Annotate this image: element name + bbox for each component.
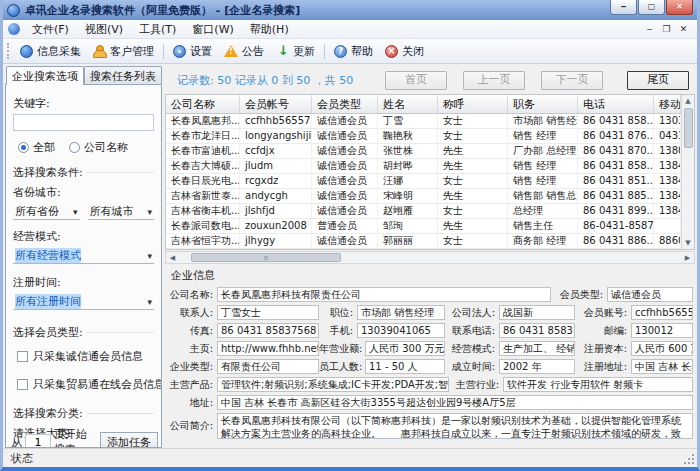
close-app-button[interactable]: 关闭 xyxy=(379,42,430,61)
table-cell: 长春市龙洋日... xyxy=(166,129,240,143)
scroll-left-icon[interactable]: ◀ xyxy=(166,254,179,262)
maximize-button[interactable] xyxy=(638,0,665,15)
legal-person-label: 公司法人: xyxy=(445,306,499,320)
reg-address-field[interactable]: 中国 吉林 长春市 xyxy=(631,359,693,374)
fax-label: 传真: xyxy=(165,324,217,338)
table-cell: ccfdjx xyxy=(240,144,312,158)
col-member-account[interactable]: 会员帐号 xyxy=(240,95,312,113)
first-page-button[interactable]: 首页 xyxy=(385,71,447,90)
province-select[interactable]: 所有省份 xyxy=(13,203,80,220)
vertical-scrollbar[interactable]: ▲ ▼ xyxy=(681,95,694,249)
help-button[interactable]: 帮助 xyxy=(328,42,379,61)
col-phone[interactable]: 电话 xyxy=(578,95,654,113)
menu-view[interactable]: 视图(V) xyxy=(77,20,131,39)
business-mode-field[interactable]: 生产加工、 经销批发 xyxy=(499,341,575,356)
add-task-button[interactable]: 添加任务 xyxy=(100,432,158,449)
table-cell: 86 0431 851... xyxy=(578,174,654,188)
fax-field[interactable]: 86 0431 85837568 xyxy=(217,323,319,338)
table-row[interactable]: 长春凤凰惠邦...ccfhhb5655755诚信通会员丁雪女士市场部 销售经理8… xyxy=(166,114,694,129)
mdi-minimize-icon[interactable]: ‒ xyxy=(641,24,658,34)
scroll-right-icon[interactable]: ▶ xyxy=(681,254,694,262)
scrollbar-thumb[interactable] xyxy=(684,108,693,148)
table-cell: 86 0431 886... xyxy=(578,234,654,248)
position-field[interactable]: 市场部 销售经理 xyxy=(357,305,445,320)
mdi-restore-icon[interactable]: ❐ xyxy=(658,24,675,34)
menu-tools[interactable]: 工具(T) xyxy=(131,20,184,39)
col-position[interactable]: 职务 xyxy=(508,95,578,113)
checkbox-chengxintong[interactable]: 只采集诚信通会员信息 xyxy=(17,349,154,364)
table-row[interactable]: 长春市富迪机...ccfdjx诚信通会员张世株先生厂办部 总经理86 0431 … xyxy=(166,144,694,159)
mode-select[interactable]: 所有经营模式 xyxy=(13,247,154,264)
mobile-field[interactable]: 13039041065 xyxy=(357,323,445,338)
horizontal-scrollbar[interactable]: ◀ ▶ xyxy=(165,251,695,264)
founded-field[interactable]: 2002 年 xyxy=(499,359,575,374)
customer-manage-button[interactable]: 客户管理 xyxy=(87,42,160,61)
intro-field[interactable]: 长春凤凰惠邦科技有限公司（以下简称惠邦科技）是一家以射频识别技术为基础，以提供智… xyxy=(217,413,693,439)
document-icon[interactable] xyxy=(8,23,20,35)
settings-button[interactable]: 设置 xyxy=(167,42,218,61)
col-company-name[interactable]: 公司名称 xyxy=(166,95,240,113)
table-row[interactable]: 长春日辰光电...rcgxdz诚信通会员汪娜女士销售 经理86 0431 851… xyxy=(166,174,694,189)
table-row[interactable]: 长春吉大博硕...jludm诚信通会员胡封晔先生销售 经理86 0431 858… xyxy=(166,159,694,174)
scrollbar-thumb[interactable] xyxy=(191,253,341,262)
next-page-button[interactable]: 下一页 xyxy=(541,71,603,90)
industry-field[interactable]: 软件开发 行业专用软件 射频卡 xyxy=(503,377,693,392)
tab-task-list[interactable]: 搜索任务列表 xyxy=(84,66,162,85)
company-name-field[interactable]: 长春凤凰惠邦科技有限责任公司 xyxy=(217,287,551,302)
radio-all[interactable]: 全部 xyxy=(18,140,55,155)
scroll-down-icon[interactable]: ▼ xyxy=(682,237,695,249)
regtime-select[interactable]: 所有注册时间 xyxy=(13,293,154,310)
table-cell: 宋峰明 xyxy=(378,189,438,203)
table-row[interactable]: 长春市龙洋日...longyangshijin诚信通会员鞠艳秋女士销售 经理86… xyxy=(166,129,694,144)
address-field[interactable]: 中国 吉林 长春市 高新区硅谷大街3355号超达创业园9号楼A厅5层 xyxy=(217,395,693,410)
homepage-field[interactable]: http://www.fhhb.net xyxy=(217,341,319,356)
announcement-button[interactable]: 公告 xyxy=(218,42,270,61)
radio-company-name[interactable]: 公司名称 xyxy=(69,140,128,155)
customer-icon xyxy=(93,45,106,58)
contact-field[interactable]: 丁雪女士 xyxy=(217,305,319,320)
table-row[interactable]: 长春派司数电...zouxun2008普通会员邹珣先生销售主任86-0431-8… xyxy=(166,219,694,234)
member-account-field[interactable]: ccfhhb5655755 xyxy=(631,305,693,320)
city-select[interactable]: 所有城市 xyxy=(88,203,155,220)
regtime-value: 所有注册时间 xyxy=(15,294,81,309)
table-cell: 诚信通会员 xyxy=(312,189,378,203)
zipcode-field[interactable]: 130012 xyxy=(631,323,693,338)
tab-search-options[interactable]: 企业搜索选项 xyxy=(6,66,84,85)
resize-grip[interactable] xyxy=(683,453,695,465)
table-cell: 86 0431 870... xyxy=(578,144,654,158)
scroll-up-icon[interactable]: ▲ xyxy=(682,95,695,107)
table-cell: 13844 xyxy=(654,174,681,188)
company-type-field[interactable]: 有限责任公司 xyxy=(217,359,319,374)
revenue-field[interactable]: 人民币 300 万元/年 xyxy=(365,341,445,356)
col-name[interactable]: 姓名 xyxy=(378,95,438,113)
last-page-button[interactable]: 尾页 xyxy=(627,71,689,90)
table-row[interactable]: 吉林省恒宇功...jlhygy诚信通会员郭丽丽女士商务部 经理86 0431 8… xyxy=(166,234,694,249)
checkbox-maoyitong[interactable]: 只采集贸易通在线会员信息 xyxy=(17,377,154,392)
prev-page-button[interactable]: 上一页 xyxy=(463,71,525,90)
mdi-close-icon[interactable]: ✕ xyxy=(675,24,692,34)
table-row[interactable]: 吉林省新世泰...andycgh诚信通会员宋峰明先生销售部 销售总监86 043… xyxy=(166,189,694,204)
col-salutation[interactable]: 称呼 xyxy=(438,95,508,113)
phone-field[interactable]: 86 0431 85837566 xyxy=(499,323,575,338)
update-button[interactable]: 更新 xyxy=(270,42,321,61)
close-red-icon xyxy=(385,45,398,58)
member-type-field[interactable]: 诚信通会员 xyxy=(607,287,693,302)
menu-file[interactable]: 文件(F) xyxy=(24,20,77,39)
products-field[interactable]: 管理软件;射频识别;系统集成;IC卡开发;PDA开发;智能卡 xyxy=(217,377,449,392)
close-button[interactable] xyxy=(666,0,693,15)
menu-window[interactable]: 窗口(W) xyxy=(184,20,241,39)
legal-person-field[interactable]: 战国新 xyxy=(499,305,575,320)
menu-help[interactable]: 帮助(H) xyxy=(242,20,297,39)
collect-button[interactable]: 信息采集 xyxy=(14,42,87,61)
col-member-type[interactable]: 会员类型 xyxy=(312,95,378,113)
keyword-input[interactable] xyxy=(13,114,154,131)
capital-field[interactable]: 人民币 600 万 xyxy=(631,341,693,356)
toolbar-grip[interactable] xyxy=(7,43,10,59)
city-value: 所有城市 xyxy=(90,204,134,219)
announcement-icon xyxy=(224,45,238,57)
start-page-input[interactable] xyxy=(25,434,51,449)
col-mobile[interactable]: 移动电 xyxy=(654,95,681,113)
minimize-button[interactable] xyxy=(610,0,637,15)
table-row[interactable]: 吉林省衡丰机...jlshfjd诚信通会员赵翊雁女士总经理86 0431 899… xyxy=(166,204,694,219)
employees-field[interactable]: 11 - 50 人 xyxy=(365,359,445,374)
